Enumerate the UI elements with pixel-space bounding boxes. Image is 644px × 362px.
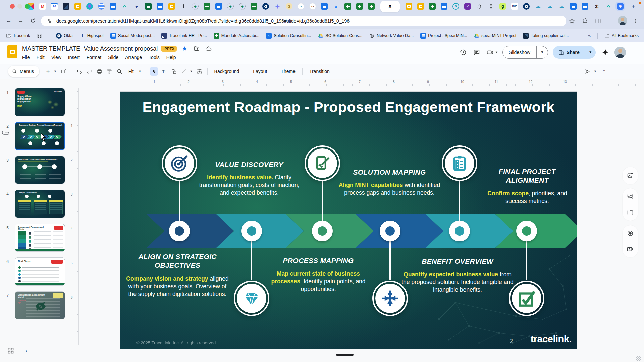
bookmark-apps-grid[interactable]: [37, 33, 42, 39]
bookmark-tracelink-hr-pe[interactable]: TraceLink HR - Pe...: [161, 33, 207, 39]
docs-tab-icon[interactable]: [441, 3, 447, 10]
glassdoor-tab-icon[interactable]: g: [499, 3, 506, 10]
sheets-tab-icon[interactable]: [429, 3, 436, 10]
menus-search-button[interactable]: Menus: [8, 66, 39, 77]
blue-sun-tab-icon[interactable]: ❋: [617, 3, 624, 10]
add-slide-button[interactable]: +: [44, 67, 52, 76]
collapse-filmstrip-icon[interactable]: ‹: [25, 347, 28, 354]
active-tab[interactable]: X: [380, 1, 400, 12]
slide-thumbnail-5[interactable]: Engagement Personas and Efforts: [15, 224, 65, 252]
bookmark-highspot[interactable]: tHighspot: [79, 33, 104, 39]
extensions-icon[interactable]: [582, 17, 589, 25]
oi-badge-tab-icon[interactable]: OI: [298, 3, 304, 10]
gemini-tab-icon[interactable]: [274, 3, 281, 10]
document-title[interactable]: MASTER TEMPLATE_Value Assessment proposa…: [22, 45, 158, 52]
new-slide-icon[interactable]: [59, 67, 68, 76]
transition-button[interactable]: Transition: [306, 67, 333, 76]
text-box-tool[interactable]: Tr: [160, 67, 168, 76]
meet-camera-icon[interactable]: [486, 48, 494, 57]
account-avatar[interactable]: [614, 47, 626, 58]
bookmark-solution-consultin[interactable]: ✕Solution Consultin...: [266, 33, 311, 39]
slides-tab-icon[interactable]: [168, 3, 175, 10]
slide-canvas[interactable]: Engagement Roadmap - Proposed Engagement…: [120, 92, 577, 349]
bookmark-star-icon[interactable]: [568, 17, 576, 25]
docs-tab-icon[interactable]: [582, 3, 588, 10]
share-dropdown-icon[interactable]: ▼: [585, 46, 596, 59]
menu-arrange[interactable]: Arrange: [122, 54, 145, 61]
swirl-circle-tab-icon[interactable]: [452, 3, 459, 10]
slide-thumbnail-6[interactable]: Next Steps: [15, 257, 65, 286]
bookmark-sc-solution-cons[interactable]: SC-Solution Cons...: [318, 33, 362, 39]
atlassian-tab-icon[interactable]: ▲: [333, 3, 339, 10]
striped-circle-tab-icon[interactable]: [98, 3, 105, 10]
bookmark-mandate-actionabi[interactable]: Mandate Actionabi...: [214, 33, 259, 39]
active-tab-icon[interactable]: X: [387, 3, 393, 10]
slide-thumbnail-3[interactable]: Value is the Cornerstone of Our Methodol…: [15, 156, 65, 184]
roadmap-step-text-6[interactable]: FINAL PROJECT ALIGNMENTConfirm scope, pr…: [477, 167, 577, 205]
url-bar[interactable]: docs.google.com/presentation/d/1HMqat-ux…: [41, 16, 566, 26]
greenhouse-tab-icon[interactable]: [145, 3, 152, 10]
pointer-dropdown-icon[interactable]: ▼: [594, 70, 598, 73]
star-icon[interactable]: ★: [180, 44, 189, 53]
background-button[interactable]: Background: [211, 67, 243, 76]
menu-help[interactable]: Help: [164, 54, 179, 61]
gmail-tab-icon[interactable]: M: [39, 3, 46, 10]
zoom-dropdown-icon[interactable]: ▼: [139, 70, 143, 73]
g-circle-tab-icon[interactable]: G: [286, 3, 292, 10]
bookmark-tracelink[interactable]: Tracelink: [5, 33, 30, 39]
radio-tower-tab-icon[interactable]: [488, 3, 494, 10]
image-search-icon[interactable]: [626, 192, 634, 200]
sheets-tab-icon[interactable]: [368, 3, 375, 10]
site-settings-icon[interactable]: [46, 17, 53, 25]
target-plus-tab-icon[interactable]: +: [227, 3, 234, 10]
redo-icon[interactable]: [85, 67, 94, 76]
browser-profile-avatar[interactable]: [618, 16, 627, 25]
line-tool[interactable]: [180, 67, 189, 76]
paper-plane-tab-icon[interactable]: ➤: [132, 2, 141, 11]
cloud-tab-icon[interactable]: ☁: [546, 3, 553, 10]
version-history-icon[interactable]: [459, 48, 468, 57]
bookmark-okta[interactable]: Okta: [56, 33, 72, 39]
navy-app-tab-icon[interactable]: [63, 3, 69, 10]
menu-edit[interactable]: Edit: [34, 54, 47, 61]
cloud-tab-icon[interactable]: ☁: [535, 3, 541, 10]
rmp-tab-icon[interactable]: RMP: [511, 3, 518, 10]
oi-badge-tab-icon[interactable]: OI: [309, 3, 316, 10]
gemini-icon[interactable]: [601, 48, 610, 57]
google-slides-logo[interactable]: [7, 45, 17, 58]
menu-slide[interactable]: Slide: [105, 54, 121, 61]
pointer-options-icon[interactable]: [583, 67, 592, 76]
video-person-icon[interactable]: [626, 245, 634, 253]
forward-button[interactable]: →: [16, 16, 25, 25]
paint-format-icon[interactable]: [105, 67, 114, 76]
purple-v-tab-icon[interactable]: ✓: [464, 3, 471, 10]
side-panel-icon[interactable]: [594, 17, 602, 25]
bookmark-network-value-da[interactable]: Network Value Da...: [369, 33, 414, 39]
drive-folder-icon[interactable]: [626, 208, 634, 217]
line-dropdown-icon[interactable]: ▼: [190, 70, 194, 73]
audio-wave-tab-icon[interactable]: [180, 3, 187, 10]
zoom-icon[interactable]: [115, 67, 124, 76]
menu-insert[interactable]: Insert: [65, 54, 83, 61]
bookmark-taking-supplier-col[interactable]: Taking supplier col...: [523, 33, 569, 39]
insert-placeholder-icon[interactable]: [195, 67, 204, 76]
reload-button[interactable]: [28, 16, 38, 25]
sheets-tab-icon[interactable]: [251, 3, 257, 10]
docs-tab-icon[interactable]: [110, 3, 116, 10]
theme-button[interactable]: Theme: [277, 67, 299, 76]
grid-view-icon[interactable]: [7, 347, 14, 354]
all-bookmarks-button[interactable]: All Bookmarks: [604, 33, 639, 38]
slide-thumbnail-4[interactable]: Example Deliverables: [15, 190, 65, 218]
add-slide-dropdown-icon[interactable]: ▼: [54, 70, 58, 73]
share-button[interactable]: Share ▼: [553, 46, 596, 59]
openai-tab-icon[interactable]: ✻: [593, 3, 600, 10]
slides-tab-icon[interactable]: [417, 3, 424, 10]
select-tool[interactable]: [150, 67, 158, 76]
new-tab-button[interactable]: +: [630, 3, 637, 10]
move-folder-icon[interactable]: [192, 44, 201, 53]
window-minimize-button[interactable]: [17, 4, 22, 9]
record-icon[interactable]: [626, 229, 634, 237]
slack-tab-icon[interactable]: [28, 3, 34, 10]
menu-tools[interactable]: Tools: [146, 54, 162, 61]
okta-tab-icon[interactable]: [523, 3, 530, 10]
